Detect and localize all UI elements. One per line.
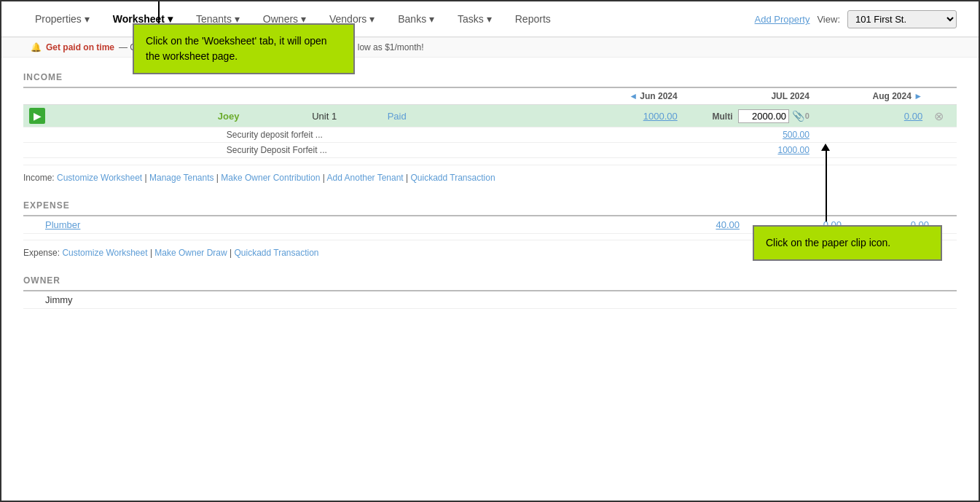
status-paid: Paid	[388, 111, 407, 122]
main-content: INCOME ◄ Jun 2024 JUL 2024	[1, 58, 979, 316]
customize-worksheet-link-income[interactable]: Customize Worksheet	[57, 173, 142, 183]
current-month-label: JUL 2024	[771, 91, 809, 101]
expense-prev-amount[interactable]: 40.00	[716, 219, 740, 230]
next-month-nav[interactable]: ►	[914, 91, 922, 101]
owner-section-header: OWNER	[23, 268, 957, 291]
nav-item-tasks[interactable]: Tasks ▾	[453, 10, 496, 28]
expense-label: Expense:	[23, 248, 62, 258]
income-label: Income:	[23, 173, 57, 183]
nav-item-reports[interactable]: Reports	[511, 10, 555, 28]
table-row: ▶ Joey Unit 1 Paid 1000.00 Mul	[23, 105, 957, 128]
add-property-link[interactable]: Add Property	[755, 14, 810, 25]
nav-item-banks[interactable]: Banks ▾	[393, 10, 439, 28]
prev-month-label: Jun 2024	[640, 91, 677, 101]
owner-table: Jimmy	[23, 291, 957, 309]
quickadd-transaction-link-expense[interactable]: Quickadd Transaction	[234, 248, 318, 258]
add-another-tenant-link[interactable]: Add Another Tenant	[327, 173, 404, 183]
view-label: View:	[817, 14, 840, 25]
table-row: Security Deposit Forfeit ... 1000.00	[23, 143, 957, 158]
multi-badge: Multi	[712, 111, 732, 122]
table-row: Jimmy	[23, 291, 957, 309]
banner-icon: 🔔	[31, 42, 42, 52]
prev-month-nav[interactable]: ◄	[629, 91, 640, 101]
next-amount[interactable]: 0.00	[904, 111, 922, 122]
nav-item-properties[interactable]: Properties ▾	[31, 10, 94, 28]
current-amount-input[interactable]	[738, 109, 789, 123]
navigation-bar: Properties ▾ Worksheet ▾ Tenants ▾ Owner…	[1, 1, 979, 37]
income-table: ◄ Jun 2024 JUL 2024 Aug 2024 ►	[23, 88, 957, 165]
sub-amount-2[interactable]: 1000.00	[777, 145, 809, 155]
view-select[interactable]: 101 First St.	[847, 10, 957, 28]
paperclip-icon[interactable]: 📎	[792, 110, 804, 122]
make-owner-contribution-link[interactable]: Make Owner Contribution	[221, 173, 320, 183]
attachment-count: 0	[805, 111, 810, 120]
play-button[interactable]: ▶	[29, 108, 45, 124]
expense-name[interactable]: Plumber	[45, 219, 80, 230]
table-row: Security deposit forfeit ... 500.00	[23, 128, 957, 143]
income-action-links: Income: Customize Worksheet | Manage Ten…	[23, 165, 957, 193]
manage-tenants-link[interactable]: Manage Tenants	[149, 173, 214, 183]
close-button[interactable]: ⊗	[934, 109, 944, 123]
unit-label: Unit 1	[312, 111, 337, 122]
spacer-row	[23, 158, 957, 165]
quickadd-transaction-link-income[interactable]: Quickadd Transaction	[411, 173, 495, 183]
callout-paperclip: Click on the paper clip icon.	[753, 225, 942, 261]
tenant-name[interactable]: Joey	[218, 111, 240, 122]
sub-label-1: Security deposit forfeit ...	[227, 130, 323, 140]
make-owner-draw-link[interactable]: Make Owner Draw	[154, 248, 227, 258]
owner-name: Jimmy	[45, 294, 73, 305]
next-month-label: Aug 2024	[873, 91, 912, 101]
callout-worksheet: Click on the 'Woeksheet' tab, it will op…	[133, 23, 355, 74]
banner-paid-text: Get paid on time	[46, 42, 114, 52]
prev-amount[interactable]: 1000.00	[643, 111, 678, 122]
top-right-controls: Add Property View: 101 First St.	[755, 10, 957, 28]
customize-worksheet-link-expense[interactable]: Customize Worksheet	[62, 248, 147, 258]
sub-label-2: Security Deposit Forfeit ...	[227, 145, 327, 155]
expense-section-header: EXPENSE	[23, 193, 957, 216]
sub-amount-1[interactable]: 500.00	[783, 130, 810, 140]
